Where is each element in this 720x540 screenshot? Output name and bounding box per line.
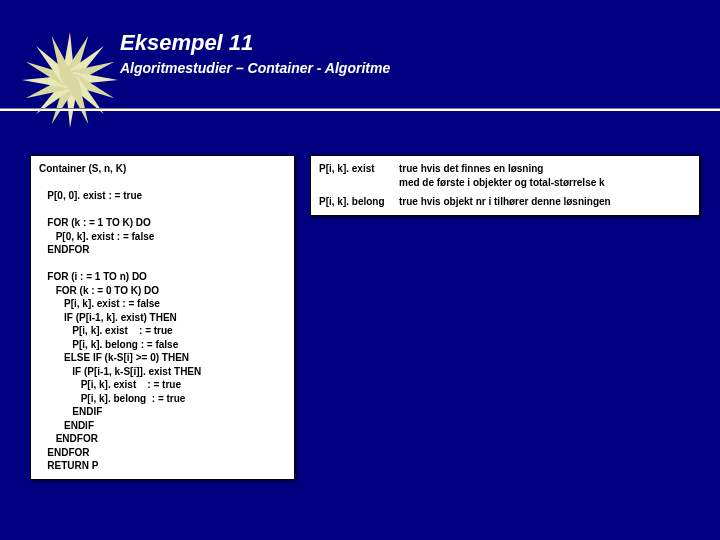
svg-marker-3 — [23, 54, 118, 106]
slide-title: Eksempel 11 — [120, 30, 390, 56]
svg-marker-0 — [62, 32, 78, 128]
definitions-box: P[i, k]. exist true hvis det finnes en l… — [310, 155, 700, 216]
svg-marker-1 — [44, 33, 96, 128]
starburst-icon — [20, 30, 120, 130]
definition-row: P[i, k]. exist true hvis det finnes en l… — [319, 162, 691, 189]
definition-term: P[i, k]. exist — [319, 162, 399, 189]
definition-term: P[i, k]. belong — [319, 195, 399, 209]
code-box: Container (S, n, K) P[0, 0]. exist : = t… — [30, 155, 295, 480]
divider — [0, 108, 720, 111]
definition-row: P[i, k]. belong true hvis objekt nr i ti… — [319, 195, 691, 209]
svg-marker-5 — [23, 54, 118, 106]
svg-marker-4 — [22, 72, 118, 88]
title-block: Eksempel 11 Algoritmestudier – Container… — [120, 30, 390, 76]
definition-desc: true hvis det finnes en løsning med de f… — [399, 162, 691, 189]
definition-desc: true hvis objekt nr i tilhører denne løs… — [399, 195, 691, 209]
svg-marker-7 — [44, 33, 96, 128]
slide-subtitle: Algoritmestudier – Container - Algoritme — [120, 60, 390, 76]
